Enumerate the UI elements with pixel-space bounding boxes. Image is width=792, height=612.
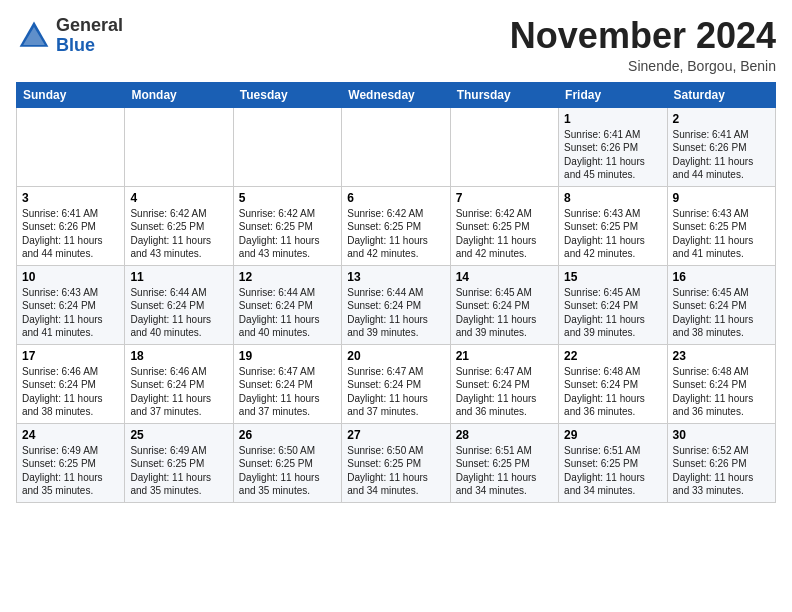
day-info: Sunrise: 6:49 AM Sunset: 6:25 PM Dayligh…: [22, 444, 119, 498]
col-wednesday: Wednesday: [342, 82, 450, 107]
logo-icon: [16, 18, 52, 54]
location: Sinende, Borgou, Benin: [510, 58, 776, 74]
col-tuesday: Tuesday: [233, 82, 341, 107]
day-number: 6: [347, 191, 444, 205]
calendar-cell: 10Sunrise: 6:43 AM Sunset: 6:24 PM Dayli…: [17, 265, 125, 344]
calendar-cell: 27Sunrise: 6:50 AM Sunset: 6:25 PM Dayli…: [342, 423, 450, 502]
day-info: Sunrise: 6:43 AM Sunset: 6:25 PM Dayligh…: [673, 207, 770, 261]
day-info: Sunrise: 6:51 AM Sunset: 6:25 PM Dayligh…: [456, 444, 553, 498]
calendar-cell: 26Sunrise: 6:50 AM Sunset: 6:25 PM Dayli…: [233, 423, 341, 502]
day-number: 4: [130, 191, 227, 205]
calendar-cell: 14Sunrise: 6:45 AM Sunset: 6:24 PM Dayli…: [450, 265, 558, 344]
calendar-cell: 1Sunrise: 6:41 AM Sunset: 6:26 PM Daylig…: [559, 107, 667, 186]
calendar-cell: 30Sunrise: 6:52 AM Sunset: 6:26 PM Dayli…: [667, 423, 775, 502]
calendar-cell: 3Sunrise: 6:41 AM Sunset: 6:26 PM Daylig…: [17, 186, 125, 265]
logo-blue: Blue: [56, 35, 95, 55]
calendar-cell: [125, 107, 233, 186]
calendar-cell: 24Sunrise: 6:49 AM Sunset: 6:25 PM Dayli…: [17, 423, 125, 502]
col-monday: Monday: [125, 82, 233, 107]
calendar-cell: [342, 107, 450, 186]
logo: General Blue: [16, 16, 123, 56]
day-info: Sunrise: 6:44 AM Sunset: 6:24 PM Dayligh…: [239, 286, 336, 340]
day-info: Sunrise: 6:48 AM Sunset: 6:24 PM Dayligh…: [673, 365, 770, 419]
day-number: 2: [673, 112, 770, 126]
day-info: Sunrise: 6:42 AM Sunset: 6:25 PM Dayligh…: [239, 207, 336, 261]
day-number: 27: [347, 428, 444, 442]
calendar-cell: 23Sunrise: 6:48 AM Sunset: 6:24 PM Dayli…: [667, 344, 775, 423]
calendar-cell: 6Sunrise: 6:42 AM Sunset: 6:25 PM Daylig…: [342, 186, 450, 265]
page-header: General Blue November 2024 Sinende, Borg…: [16, 16, 776, 74]
day-info: Sunrise: 6:41 AM Sunset: 6:26 PM Dayligh…: [564, 128, 661, 182]
day-number: 8: [564, 191, 661, 205]
day-number: 30: [673, 428, 770, 442]
day-number: 11: [130, 270, 227, 284]
calendar-cell: 5Sunrise: 6:42 AM Sunset: 6:25 PM Daylig…: [233, 186, 341, 265]
day-number: 22: [564, 349, 661, 363]
day-number: 1: [564, 112, 661, 126]
day-info: Sunrise: 6:42 AM Sunset: 6:25 PM Dayligh…: [456, 207, 553, 261]
day-info: Sunrise: 6:47 AM Sunset: 6:24 PM Dayligh…: [456, 365, 553, 419]
day-number: 24: [22, 428, 119, 442]
day-info: Sunrise: 6:43 AM Sunset: 6:24 PM Dayligh…: [22, 286, 119, 340]
col-thursday: Thursday: [450, 82, 558, 107]
calendar-cell: 17Sunrise: 6:46 AM Sunset: 6:24 PM Dayli…: [17, 344, 125, 423]
day-number: 23: [673, 349, 770, 363]
calendar-header: Sunday Monday Tuesday Wednesday Thursday…: [17, 82, 776, 107]
week-row-3: 10Sunrise: 6:43 AM Sunset: 6:24 PM Dayli…: [17, 265, 776, 344]
day-number: 16: [673, 270, 770, 284]
calendar-cell: 15Sunrise: 6:45 AM Sunset: 6:24 PM Dayli…: [559, 265, 667, 344]
week-row-5: 24Sunrise: 6:49 AM Sunset: 6:25 PM Dayli…: [17, 423, 776, 502]
calendar-body: 1Sunrise: 6:41 AM Sunset: 6:26 PM Daylig…: [17, 107, 776, 502]
day-number: 19: [239, 349, 336, 363]
calendar-table: Sunday Monday Tuesday Wednesday Thursday…: [16, 82, 776, 503]
calendar-cell: [233, 107, 341, 186]
day-info: Sunrise: 6:44 AM Sunset: 6:24 PM Dayligh…: [347, 286, 444, 340]
day-info: Sunrise: 6:42 AM Sunset: 6:25 PM Dayligh…: [347, 207, 444, 261]
calendar-cell: 29Sunrise: 6:51 AM Sunset: 6:25 PM Dayli…: [559, 423, 667, 502]
day-info: Sunrise: 6:44 AM Sunset: 6:24 PM Dayligh…: [130, 286, 227, 340]
day-info: Sunrise: 6:47 AM Sunset: 6:24 PM Dayligh…: [239, 365, 336, 419]
day-number: 13: [347, 270, 444, 284]
week-row-4: 17Sunrise: 6:46 AM Sunset: 6:24 PM Dayli…: [17, 344, 776, 423]
calendar-cell: [17, 107, 125, 186]
day-number: 10: [22, 270, 119, 284]
title-block: November 2024 Sinende, Borgou, Benin: [510, 16, 776, 74]
calendar-cell: 18Sunrise: 6:46 AM Sunset: 6:24 PM Dayli…: [125, 344, 233, 423]
col-sunday: Sunday: [17, 82, 125, 107]
day-number: 9: [673, 191, 770, 205]
day-info: Sunrise: 6:42 AM Sunset: 6:25 PM Dayligh…: [130, 207, 227, 261]
day-info: Sunrise: 6:45 AM Sunset: 6:24 PM Dayligh…: [564, 286, 661, 340]
day-info: Sunrise: 6:45 AM Sunset: 6:24 PM Dayligh…: [456, 286, 553, 340]
header-row: Sunday Monday Tuesday Wednesday Thursday…: [17, 82, 776, 107]
day-info: Sunrise: 6:46 AM Sunset: 6:24 PM Dayligh…: [130, 365, 227, 419]
week-row-1: 1Sunrise: 6:41 AM Sunset: 6:26 PM Daylig…: [17, 107, 776, 186]
logo-general: General: [56, 15, 123, 35]
day-number: 26: [239, 428, 336, 442]
day-number: 20: [347, 349, 444, 363]
calendar-cell: 7Sunrise: 6:42 AM Sunset: 6:25 PM Daylig…: [450, 186, 558, 265]
calendar-cell: 25Sunrise: 6:49 AM Sunset: 6:25 PM Dayli…: [125, 423, 233, 502]
day-number: 14: [456, 270, 553, 284]
col-friday: Friday: [559, 82, 667, 107]
day-number: 5: [239, 191, 336, 205]
calendar-cell: 12Sunrise: 6:44 AM Sunset: 6:24 PM Dayli…: [233, 265, 341, 344]
calendar-cell: 13Sunrise: 6:44 AM Sunset: 6:24 PM Dayli…: [342, 265, 450, 344]
col-saturday: Saturday: [667, 82, 775, 107]
day-info: Sunrise: 6:48 AM Sunset: 6:24 PM Dayligh…: [564, 365, 661, 419]
calendar-cell: [450, 107, 558, 186]
calendar-cell: 19Sunrise: 6:47 AM Sunset: 6:24 PM Dayli…: [233, 344, 341, 423]
calendar-cell: 8Sunrise: 6:43 AM Sunset: 6:25 PM Daylig…: [559, 186, 667, 265]
calendar-cell: 11Sunrise: 6:44 AM Sunset: 6:24 PM Dayli…: [125, 265, 233, 344]
calendar-cell: 9Sunrise: 6:43 AM Sunset: 6:25 PM Daylig…: [667, 186, 775, 265]
day-info: Sunrise: 6:45 AM Sunset: 6:24 PM Dayligh…: [673, 286, 770, 340]
day-number: 28: [456, 428, 553, 442]
day-number: 21: [456, 349, 553, 363]
calendar-cell: 22Sunrise: 6:48 AM Sunset: 6:24 PM Dayli…: [559, 344, 667, 423]
day-info: Sunrise: 6:41 AM Sunset: 6:26 PM Dayligh…: [673, 128, 770, 182]
day-info: Sunrise: 6:50 AM Sunset: 6:25 PM Dayligh…: [239, 444, 336, 498]
day-info: Sunrise: 6:49 AM Sunset: 6:25 PM Dayligh…: [130, 444, 227, 498]
day-number: 17: [22, 349, 119, 363]
calendar-cell: 28Sunrise: 6:51 AM Sunset: 6:25 PM Dayli…: [450, 423, 558, 502]
calendar-cell: 4Sunrise: 6:42 AM Sunset: 6:25 PM Daylig…: [125, 186, 233, 265]
day-number: 18: [130, 349, 227, 363]
